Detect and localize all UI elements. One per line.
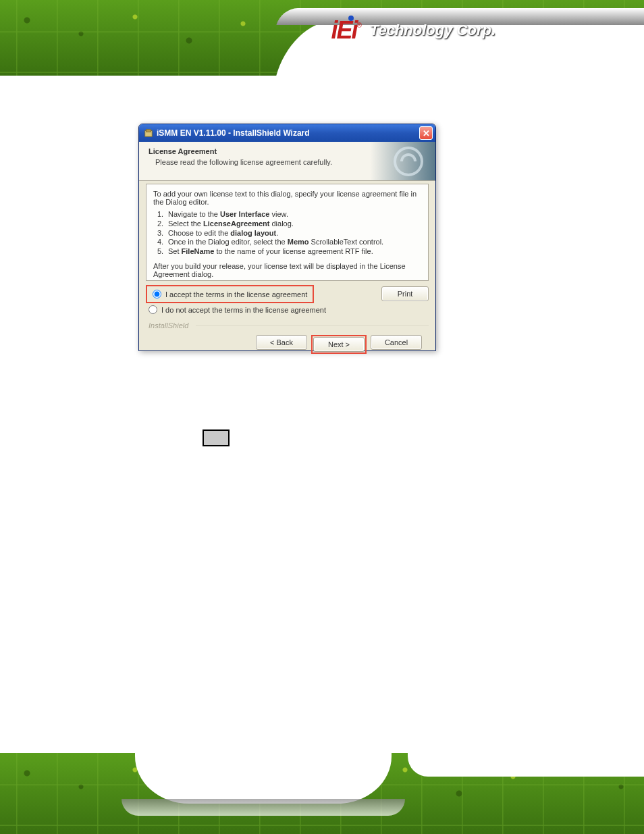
license-step: 1.Navigate to the User Interface view. <box>157 210 421 219</box>
radio-accept[interactable]: I accept the terms in the license agreem… <box>150 288 310 301</box>
bottom-banner <box>0 753 644 834</box>
radio-decline-label: I do not accept the terms in the license… <box>161 306 326 314</box>
logo-registered: ® <box>356 22 361 29</box>
license-textbox[interactable]: To add your own license text to this dia… <box>146 184 429 281</box>
accept-row: I accept the terms in the license agreem… <box>146 284 429 303</box>
close-button[interactable]: ✕ <box>419 126 433 140</box>
button-row: < Back Next > Cancel <box>146 330 429 354</box>
license-step: 3.Choose to edit the dialog layout. <box>157 229 421 238</box>
bottom-white-right <box>408 753 644 777</box>
back-button[interactable]: < Back <box>256 335 307 350</box>
installer-dialog: iSMM EN V1.11.00 - InstallShield Wizard … <box>138 124 436 351</box>
license-intro: To add your own license text to this dia… <box>153 190 421 206</box>
bottom-swoosh <box>135 753 392 804</box>
iei-logo: iEi ® Technology Corp. <box>331 16 495 45</box>
accept-highlight: I accept the terms in the license agreem… <box>146 285 314 303</box>
logo-text: Technology Corp. <box>370 22 495 39</box>
logo-mark: iEi <box>331 16 356 45</box>
next-button[interactable]: Next > <box>313 337 365 352</box>
gray-box <box>203 429 230 446</box>
license-steps: 1.Navigate to the User Interface view. 2… <box>157 210 421 257</box>
print-button[interactable]: Print <box>381 286 429 301</box>
radio-accept-label: I accept the terms in the license agreem… <box>165 290 307 298</box>
svg-point-2 <box>395 148 422 175</box>
close-icon: ✕ <box>423 128 430 138</box>
cancel-button[interactable]: Cancel <box>371 335 422 350</box>
next-highlight: Next > <box>311 335 367 354</box>
license-step: 4.Once in the Dialog editor, select the … <box>157 238 421 247</box>
titlebar[interactable]: iSMM EN V1.11.00 - InstallShield Wizard … <box>139 124 435 142</box>
installer-graphic-icon <box>381 142 435 181</box>
installer-icon <box>143 128 154 138</box>
titlebar-title: iSMM EN V1.11.00 - InstallShield Wizard <box>157 128 419 138</box>
license-step: 2.Select the LicenseAgreement dialog. <box>157 219 421 229</box>
radio-decline[interactable]: I do not accept the terms in the license… <box>146 303 429 316</box>
installshield-label: InstallShield <box>149 321 429 330</box>
svg-rect-1 <box>146 130 151 132</box>
license-step: 5.Set FileName to the name of your licen… <box>157 247 421 257</box>
dialog-content: To add your own license text to this dia… <box>139 184 435 354</box>
license-outro: After you build your release, your licen… <box>153 262 421 278</box>
radio-accept-input[interactable] <box>153 290 161 298</box>
radio-decline-input[interactable] <box>149 305 157 314</box>
dialog-header: License Agreement Please read the follow… <box>139 142 435 181</box>
top-banner: iEi ® Technology Corp. <box>0 0 644 76</box>
